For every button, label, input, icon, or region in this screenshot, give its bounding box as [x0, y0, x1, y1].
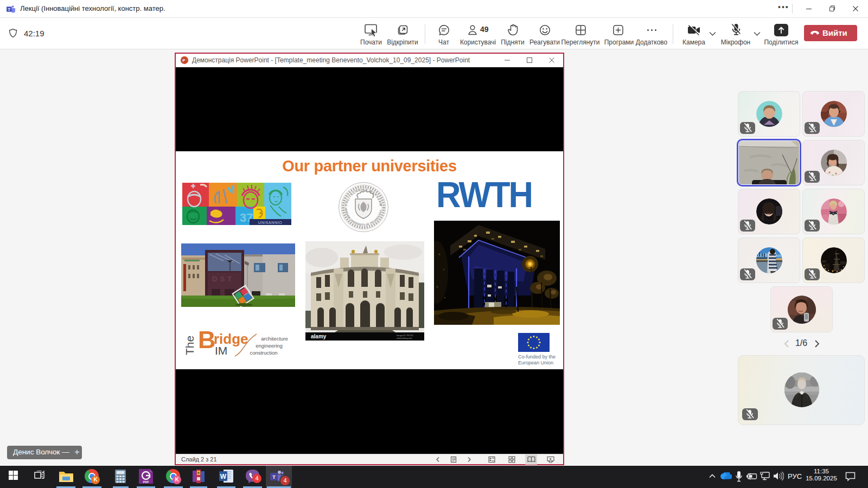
- svg-text:P: P: [182, 58, 186, 63]
- svg-text:T: T: [8, 7, 10, 12]
- svg-text:DST: DST: [212, 275, 234, 283]
- svg-text:T: T: [272, 474, 276, 480]
- svg-text:www.alamy.com: www.alamy.com: [397, 337, 412, 339]
- svg-text:W: W: [220, 473, 227, 480]
- svg-text:alamy: alamy: [311, 333, 327, 339]
- svg-text:UNISANNIO: UNISANNIO: [258, 221, 282, 224]
- svg-text:PDF: PDF: [143, 480, 150, 484]
